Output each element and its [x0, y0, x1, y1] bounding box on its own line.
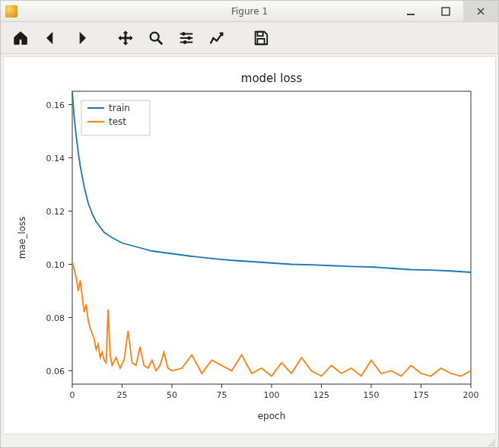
zoom-button[interactable]	[142, 25, 170, 51]
x-tick-label: 25	[117, 390, 128, 400]
svg-point-2	[151, 32, 159, 40]
app-icon	[5, 5, 17, 17]
back-button[interactable]	[37, 25, 65, 51]
y-axis-label: mae_loss	[17, 217, 27, 259]
x-tick-label: 100	[264, 390, 280, 400]
home-button[interactable]	[7, 25, 34, 51]
svg-rect-7	[257, 38, 264, 43]
x-tick-label: 75	[217, 390, 227, 400]
pan-button[interactable]	[112, 25, 139, 51]
forward-icon	[73, 30, 90, 46]
save-icon	[253, 30, 269, 46]
plot-canvas[interactable]: 02550751001251501752000.060.080.100.120.…	[3, 56, 496, 434]
legend-label: test	[109, 116, 126, 127]
y-tick-label: 0.08	[46, 313, 65, 323]
y-tick-label: 0.06	[46, 367, 65, 377]
svg-rect-1	[442, 8, 450, 15]
svg-point-5	[183, 40, 186, 43]
edit-axes-button[interactable]	[203, 25, 230, 51]
svg-point-4	[188, 36, 191, 39]
svg-rect-6	[257, 31, 262, 36]
y-tick-label: 0.16	[46, 100, 65, 110]
y-tick-label: 0.10	[46, 260, 65, 270]
home-icon	[12, 30, 29, 46]
series-test	[72, 262, 471, 377]
configure-subplots-button[interactable]	[173, 25, 200, 51]
move-icon	[117, 30, 134, 46]
maximize-button[interactable]	[428, 1, 463, 21]
resize-grip-icon[interactable]	[486, 437, 495, 446]
close-button[interactable]	[463, 1, 498, 21]
x-axis-label: epoch	[258, 411, 286, 421]
y-tick-label: 0.14	[46, 154, 65, 164]
forward-button[interactable]	[68, 25, 95, 51]
x-tick-label: 175	[413, 390, 429, 400]
chart-title: model loss	[241, 71, 303, 85]
statusbar	[1, 437, 498, 447]
legend-label: train	[109, 103, 130, 113]
window-buttons	[393, 1, 498, 21]
x-tick-label: 50	[167, 390, 177, 400]
toolbar	[1, 22, 498, 54]
x-tick-label: 150	[364, 390, 380, 400]
save-button[interactable]	[247, 25, 275, 51]
x-tick-label: 200	[463, 390, 479, 400]
minimize-button[interactable]	[393, 1, 428, 21]
back-icon	[43, 30, 59, 46]
x-tick-label: 0	[70, 390, 75, 400]
chart-line-icon	[208, 30, 225, 46]
svg-point-3	[182, 32, 185, 35]
plot-svg: 02550751001251501752000.060.080.100.120.…	[4, 57, 494, 430]
window-titlebar: Figure 1	[1, 1, 498, 22]
svg-rect-0	[407, 14, 415, 15]
sliders-icon	[178, 30, 195, 46]
x-tick-label: 125	[313, 390, 329, 400]
zoom-icon	[148, 30, 164, 46]
y-tick-label: 0.12	[46, 207, 65, 217]
